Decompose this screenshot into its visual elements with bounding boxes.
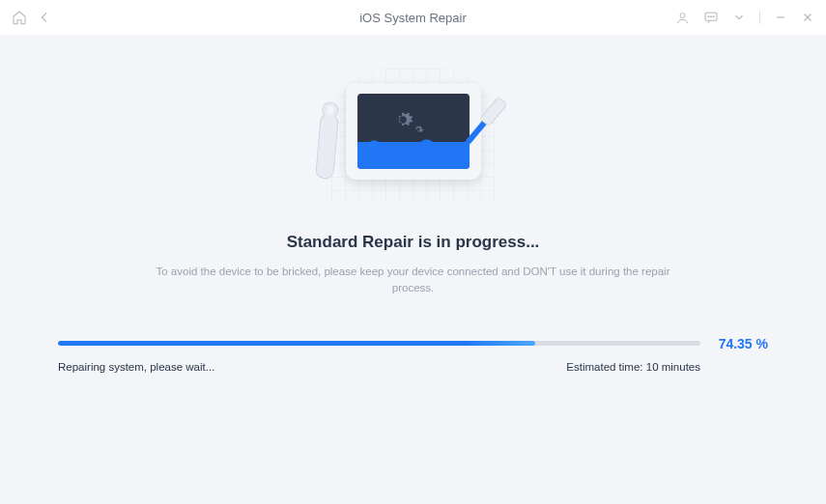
progress-title: Standard Repair is in progress... [58,233,768,252]
minimize-icon[interactable] [774,11,787,24]
svg-point-4 [713,16,714,17]
svg-rect-6 [479,97,506,126]
svg-rect-7 [466,121,486,144]
svg-point-2 [708,16,709,17]
window-title: iOS System Repair [359,11,467,25]
screwdriver-icon [452,93,510,160]
titlebar: iOS System Repair [0,0,826,35]
content-area: Standard Repair is in progress... To avo… [0,35,826,504]
progress-bar [58,341,700,346]
feedback-icon[interactable] [703,10,719,25]
wrench-icon [309,101,345,181]
titlebar-divider [759,11,760,24]
close-icon[interactable] [801,11,814,24]
progress-bar-fill [58,341,535,346]
repair-illustration [307,64,520,209]
status-text: Repairing system, please wait... [58,361,214,373]
svg-point-3 [711,16,712,17]
user-icon[interactable] [675,11,690,25]
svg-point-0 [680,13,685,17]
estimated-time-text: Estimated time: 10 minutes [566,361,700,373]
home-icon[interactable] [12,10,27,25]
progress-percent-label: 74.35 % [712,336,768,351]
back-icon[interactable] [37,10,52,25]
chevron-down-icon[interactable] [732,11,746,24]
titlebar-right-controls [675,10,814,25]
gear-icon [392,109,413,130]
progress-row: 74.35 % [58,336,768,351]
titlebar-left-controls [12,10,52,25]
status-row: Repairing system, please wait... Estimat… [58,361,768,373]
progress-subtitle: To avoid the device to be bricked, pleas… [153,264,674,297]
